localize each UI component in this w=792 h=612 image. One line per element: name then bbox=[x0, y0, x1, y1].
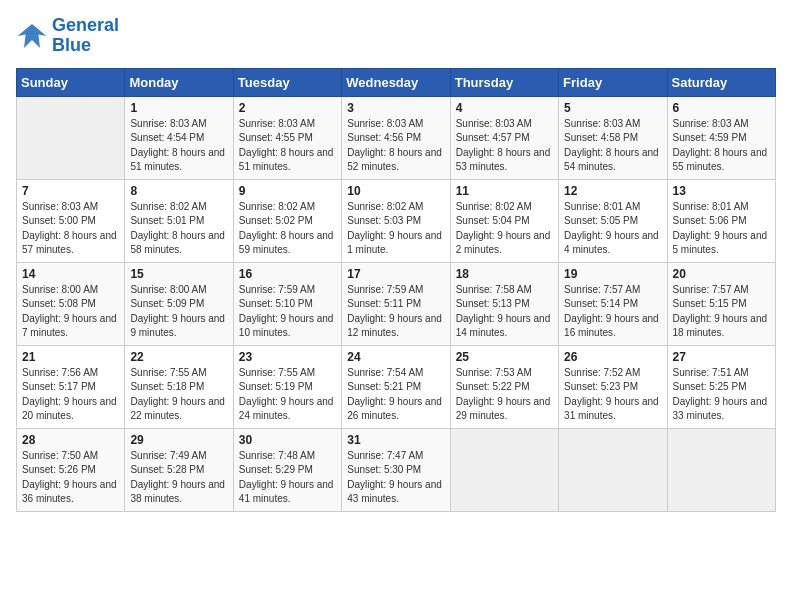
day-number: 23 bbox=[239, 350, 336, 364]
cell-details: Sunrise: 8:02 AMSunset: 5:03 PMDaylight:… bbox=[347, 200, 444, 258]
calendar-cell: 5Sunrise: 8:03 AMSunset: 4:58 PMDaylight… bbox=[559, 96, 667, 179]
weekday-header-thursday: Thursday bbox=[450, 68, 558, 96]
calendar-cell: 24Sunrise: 7:54 AMSunset: 5:21 PMDayligh… bbox=[342, 345, 450, 428]
cell-details: Sunrise: 8:03 AMSunset: 4:54 PMDaylight:… bbox=[130, 117, 227, 175]
day-number: 22 bbox=[130, 350, 227, 364]
day-number: 6 bbox=[673, 101, 770, 115]
calendar-cell bbox=[559, 428, 667, 511]
calendar-cell bbox=[17, 96, 125, 179]
weekday-header-friday: Friday bbox=[559, 68, 667, 96]
day-number: 12 bbox=[564, 184, 661, 198]
weekday-header-tuesday: Tuesday bbox=[233, 68, 341, 96]
cell-details: Sunrise: 8:00 AMSunset: 5:09 PMDaylight:… bbox=[130, 283, 227, 341]
calendar-cell: 6Sunrise: 8:03 AMSunset: 4:59 PMDaylight… bbox=[667, 96, 775, 179]
cell-details: Sunrise: 7:59 AMSunset: 5:10 PMDaylight:… bbox=[239, 283, 336, 341]
cell-details: Sunrise: 8:02 AMSunset: 5:02 PMDaylight:… bbox=[239, 200, 336, 258]
day-number: 5 bbox=[564, 101, 661, 115]
day-number: 29 bbox=[130, 433, 227, 447]
day-number: 10 bbox=[347, 184, 444, 198]
calendar-cell: 31Sunrise: 7:47 AMSunset: 5:30 PMDayligh… bbox=[342, 428, 450, 511]
cell-details: Sunrise: 8:03 AMSunset: 4:55 PMDaylight:… bbox=[239, 117, 336, 175]
cell-details: Sunrise: 8:03 AMSunset: 4:59 PMDaylight:… bbox=[673, 117, 770, 175]
weekday-header-saturday: Saturday bbox=[667, 68, 775, 96]
svg-marker-0 bbox=[18, 24, 47, 48]
day-number: 19 bbox=[564, 267, 661, 281]
cell-details: Sunrise: 7:58 AMSunset: 5:13 PMDaylight:… bbox=[456, 283, 553, 341]
calendar-cell: 14Sunrise: 8:00 AMSunset: 5:08 PMDayligh… bbox=[17, 262, 125, 345]
calendar-cell: 25Sunrise: 7:53 AMSunset: 5:22 PMDayligh… bbox=[450, 345, 558, 428]
cell-details: Sunrise: 8:03 AMSunset: 5:00 PMDaylight:… bbox=[22, 200, 119, 258]
cell-details: Sunrise: 7:57 AMSunset: 5:15 PMDaylight:… bbox=[673, 283, 770, 341]
weekday-header-sunday: Sunday bbox=[17, 68, 125, 96]
day-number: 7 bbox=[22, 184, 119, 198]
cell-details: Sunrise: 7:53 AMSunset: 5:22 PMDaylight:… bbox=[456, 366, 553, 424]
calendar-cell: 17Sunrise: 7:59 AMSunset: 5:11 PMDayligh… bbox=[342, 262, 450, 345]
cell-details: Sunrise: 7:57 AMSunset: 5:14 PMDaylight:… bbox=[564, 283, 661, 341]
logo-bird-icon bbox=[16, 20, 48, 52]
calendar-cell bbox=[450, 428, 558, 511]
cell-details: Sunrise: 7:55 AMSunset: 5:19 PMDaylight:… bbox=[239, 366, 336, 424]
cell-details: Sunrise: 7:55 AMSunset: 5:18 PMDaylight:… bbox=[130, 366, 227, 424]
cell-details: Sunrise: 7:54 AMSunset: 5:21 PMDaylight:… bbox=[347, 366, 444, 424]
calendar-cell: 12Sunrise: 8:01 AMSunset: 5:05 PMDayligh… bbox=[559, 179, 667, 262]
calendar-cell: 30Sunrise: 7:48 AMSunset: 5:29 PMDayligh… bbox=[233, 428, 341, 511]
day-number: 20 bbox=[673, 267, 770, 281]
day-number: 11 bbox=[456, 184, 553, 198]
calendar-cell: 20Sunrise: 7:57 AMSunset: 5:15 PMDayligh… bbox=[667, 262, 775, 345]
day-number: 28 bbox=[22, 433, 119, 447]
day-number: 27 bbox=[673, 350, 770, 364]
cell-details: Sunrise: 8:01 AMSunset: 5:05 PMDaylight:… bbox=[564, 200, 661, 258]
day-number: 1 bbox=[130, 101, 227, 115]
day-number: 2 bbox=[239, 101, 336, 115]
day-number: 16 bbox=[239, 267, 336, 281]
day-number: 4 bbox=[456, 101, 553, 115]
cell-details: Sunrise: 8:02 AMSunset: 5:01 PMDaylight:… bbox=[130, 200, 227, 258]
cell-details: Sunrise: 8:03 AMSunset: 4:57 PMDaylight:… bbox=[456, 117, 553, 175]
calendar-cell: 18Sunrise: 7:58 AMSunset: 5:13 PMDayligh… bbox=[450, 262, 558, 345]
day-number: 13 bbox=[673, 184, 770, 198]
calendar-cell: 23Sunrise: 7:55 AMSunset: 5:19 PMDayligh… bbox=[233, 345, 341, 428]
day-number: 3 bbox=[347, 101, 444, 115]
calendar-cell: 19Sunrise: 7:57 AMSunset: 5:14 PMDayligh… bbox=[559, 262, 667, 345]
cell-details: Sunrise: 7:50 AMSunset: 5:26 PMDaylight:… bbox=[22, 449, 119, 507]
calendar-cell: 22Sunrise: 7:55 AMSunset: 5:18 PMDayligh… bbox=[125, 345, 233, 428]
calendar-cell: 4Sunrise: 8:03 AMSunset: 4:57 PMDaylight… bbox=[450, 96, 558, 179]
calendar-cell: 2Sunrise: 8:03 AMSunset: 4:55 PMDaylight… bbox=[233, 96, 341, 179]
cell-details: Sunrise: 7:51 AMSunset: 5:25 PMDaylight:… bbox=[673, 366, 770, 424]
day-number: 30 bbox=[239, 433, 336, 447]
day-number: 24 bbox=[347, 350, 444, 364]
day-number: 14 bbox=[22, 267, 119, 281]
calendar-cell: 15Sunrise: 8:00 AMSunset: 5:09 PMDayligh… bbox=[125, 262, 233, 345]
calendar-cell: 3Sunrise: 8:03 AMSunset: 4:56 PMDaylight… bbox=[342, 96, 450, 179]
day-number: 15 bbox=[130, 267, 227, 281]
logo: GeneralBlue bbox=[16, 16, 119, 56]
calendar-cell: 11Sunrise: 8:02 AMSunset: 5:04 PMDayligh… bbox=[450, 179, 558, 262]
day-number: 31 bbox=[347, 433, 444, 447]
cell-details: Sunrise: 8:02 AMSunset: 5:04 PMDaylight:… bbox=[456, 200, 553, 258]
cell-details: Sunrise: 8:03 AMSunset: 4:56 PMDaylight:… bbox=[347, 117, 444, 175]
day-number: 18 bbox=[456, 267, 553, 281]
day-number: 8 bbox=[130, 184, 227, 198]
calendar-table: SundayMondayTuesdayWednesdayThursdayFrid… bbox=[16, 68, 776, 512]
calendar-cell: 27Sunrise: 7:51 AMSunset: 5:25 PMDayligh… bbox=[667, 345, 775, 428]
weekday-header-monday: Monday bbox=[125, 68, 233, 96]
cell-details: Sunrise: 7:49 AMSunset: 5:28 PMDaylight:… bbox=[130, 449, 227, 507]
calendar-cell: 28Sunrise: 7:50 AMSunset: 5:26 PMDayligh… bbox=[17, 428, 125, 511]
day-number: 9 bbox=[239, 184, 336, 198]
calendar-cell bbox=[667, 428, 775, 511]
calendar-cell: 7Sunrise: 8:03 AMSunset: 5:00 PMDaylight… bbox=[17, 179, 125, 262]
cell-details: Sunrise: 7:47 AMSunset: 5:30 PMDaylight:… bbox=[347, 449, 444, 507]
calendar-cell: 21Sunrise: 7:56 AMSunset: 5:17 PMDayligh… bbox=[17, 345, 125, 428]
calendar-cell: 10Sunrise: 8:02 AMSunset: 5:03 PMDayligh… bbox=[342, 179, 450, 262]
cell-details: Sunrise: 7:48 AMSunset: 5:29 PMDaylight:… bbox=[239, 449, 336, 507]
day-number: 25 bbox=[456, 350, 553, 364]
calendar-cell: 13Sunrise: 8:01 AMSunset: 5:06 PMDayligh… bbox=[667, 179, 775, 262]
cell-details: Sunrise: 8:01 AMSunset: 5:06 PMDaylight:… bbox=[673, 200, 770, 258]
cell-details: Sunrise: 8:00 AMSunset: 5:08 PMDaylight:… bbox=[22, 283, 119, 341]
cell-details: Sunrise: 8:03 AMSunset: 4:58 PMDaylight:… bbox=[564, 117, 661, 175]
cell-details: Sunrise: 7:59 AMSunset: 5:11 PMDaylight:… bbox=[347, 283, 444, 341]
day-number: 26 bbox=[564, 350, 661, 364]
weekday-header-wednesday: Wednesday bbox=[342, 68, 450, 96]
day-number: 21 bbox=[22, 350, 119, 364]
cell-details: Sunrise: 7:52 AMSunset: 5:23 PMDaylight:… bbox=[564, 366, 661, 424]
